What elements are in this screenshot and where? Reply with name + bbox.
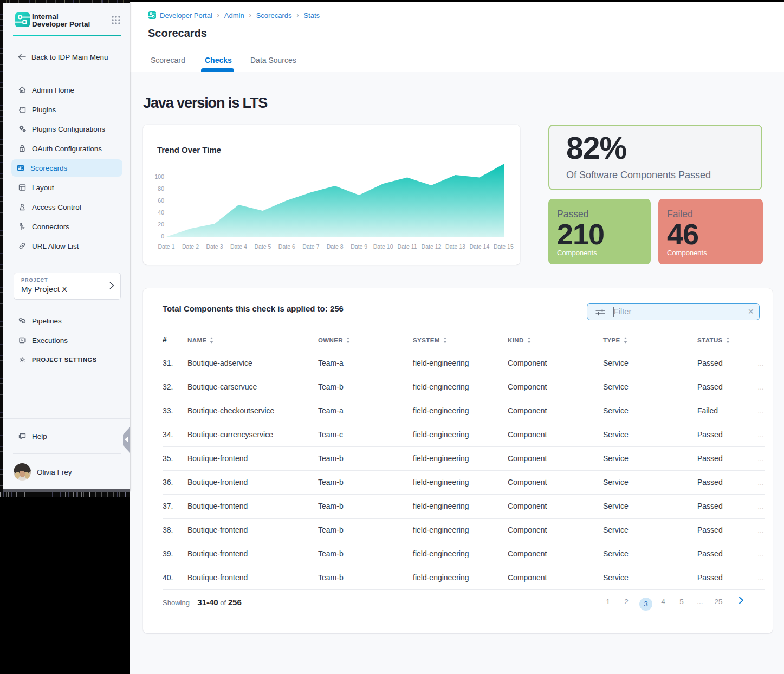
svg-text:Date 6: Date 6	[278, 243, 295, 250]
svg-text:Date 12: Date 12	[422, 243, 442, 250]
svg-text:Date 7: Date 7	[302, 243, 319, 250]
svg-text:60: 60	[158, 197, 164, 204]
svg-text:Date 4: Date 4	[230, 243, 247, 250]
svg-text:0: 0	[161, 233, 164, 239]
svg-text:Date 15: Date 15	[494, 243, 514, 250]
svg-text:Date 13: Date 13	[445, 243, 465, 250]
svg-text:40: 40	[158, 209, 164, 216]
svg-text:Date 14: Date 14	[470, 243, 490, 250]
svg-text:Date 5: Date 5	[254, 243, 271, 250]
svg-text:20: 20	[158, 221, 164, 228]
svg-text:Date 8: Date 8	[327, 243, 344, 250]
svg-text:Date 3: Date 3	[206, 243, 223, 250]
svg-text:100: 100	[154, 173, 164, 180]
svg-text:80: 80	[158, 185, 164, 192]
svg-text:Date 1: Date 1	[158, 243, 175, 250]
svg-text:Date 10: Date 10	[373, 243, 393, 250]
svg-text:Date 11: Date 11	[398, 243, 417, 250]
svg-text:Date 9: Date 9	[351, 243, 367, 250]
svg-text:Date 2: Date 2	[182, 243, 199, 250]
